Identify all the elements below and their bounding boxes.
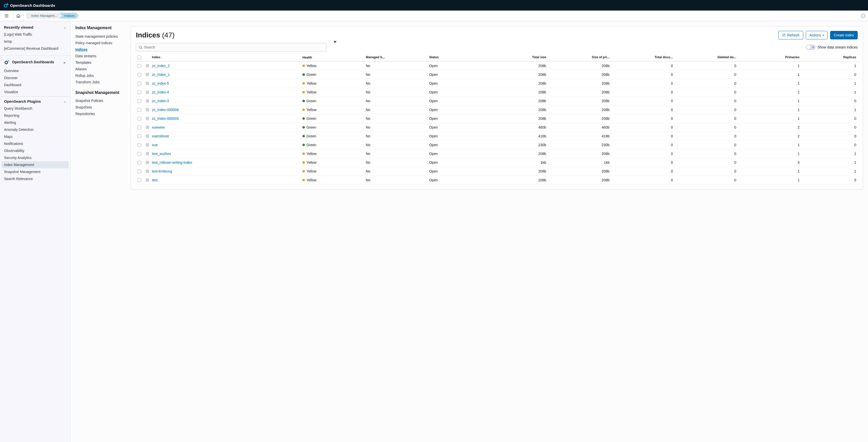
breadcrumb-indices[interactable]: Indices bbox=[59, 13, 79, 19]
expand-row-button[interactable] bbox=[145, 117, 150, 120]
nav-snapshot-management[interactable]: Snapshot Management bbox=[0, 168, 70, 175]
row-checkbox[interactable] bbox=[137, 152, 141, 156]
nav-overview[interactable]: Overview bbox=[0, 67, 70, 74]
index-link[interactable]: test bbox=[152, 178, 158, 182]
sec-aliases[interactable]: Aliases bbox=[75, 66, 121, 72]
row-checkbox[interactable] bbox=[137, 143, 141, 147]
search-input[interactable] bbox=[144, 45, 324, 49]
refresh-button[interactable]: Refresh bbox=[778, 31, 803, 39]
nav-maps[interactable]: Maps bbox=[0, 133, 70, 140]
row-checkbox[interactable] bbox=[137, 90, 141, 94]
index-link[interactable]: zc_index_1 bbox=[152, 72, 170, 76]
expand-row-button[interactable] bbox=[145, 170, 150, 173]
expand-row-button[interactable] bbox=[145, 179, 150, 182]
index-link[interactable]: zc_index-000006 bbox=[152, 108, 179, 112]
app-logo[interactable]: OpenSearch Dashboards bbox=[3, 3, 55, 8]
nav-anomaly-detection[interactable]: Anomaly Detection bbox=[0, 126, 70, 133]
expand-row-button[interactable] bbox=[145, 64, 150, 67]
sec-repositories[interactable]: Repositories bbox=[75, 110, 121, 117]
expand-row-button[interactable] bbox=[145, 135, 150, 138]
expand-row-button[interactable] bbox=[145, 73, 150, 76]
expand-row-button[interactable] bbox=[145, 91, 150, 94]
col-totalsize[interactable]: Total size bbox=[491, 56, 548, 59]
expand-row-button[interactable] bbox=[145, 144, 150, 147]
index-link[interactable]: xue bbox=[152, 143, 158, 147]
row-checkbox[interactable] bbox=[137, 178, 141, 182]
expand-row-button[interactable] bbox=[145, 82, 150, 85]
row-checkbox[interactable] bbox=[137, 99, 141, 103]
index-link[interactable]: test-kmleung bbox=[152, 169, 172, 173]
recent-item-ecommerce[interactable]: [eCommerce] Revenue Dashboard bbox=[0, 45, 70, 52]
sec-state-policies[interactable]: State management policies bbox=[75, 33, 121, 40]
index-link[interactable]: xuerollover bbox=[152, 134, 169, 138]
index-link[interactable]: zc_index-4 bbox=[152, 90, 169, 94]
col-index[interactable]: Index↓ bbox=[150, 56, 301, 59]
nav-security-analytics[interactable]: Security Analytics bbox=[0, 154, 70, 161]
nav-notifications[interactable]: Notifications bbox=[0, 140, 70, 147]
sec-indices[interactable]: Indices bbox=[75, 46, 121, 53]
nav-discover[interactable]: Discover bbox=[0, 74, 70, 82]
nav-index-management[interactable]: Index Management bbox=[1, 161, 68, 168]
sec-policy-managed[interactable]: Policy managed indices bbox=[75, 40, 121, 46]
row-checkbox[interactable] bbox=[137, 64, 141, 68]
row-checkbox[interactable] bbox=[137, 108, 141, 112]
row-checkbox[interactable] bbox=[137, 73, 141, 76]
create-index-button[interactable]: Create Index bbox=[830, 31, 858, 39]
expand-row-button[interactable] bbox=[145, 99, 150, 102]
expand-row-button[interactable] bbox=[145, 108, 150, 111]
col-prisize[interactable]: Size of pri... bbox=[548, 56, 611, 59]
search-box[interactable] bbox=[136, 43, 327, 52]
breadcrumb-index-management[interactable]: Index Managem... bbox=[26, 13, 61, 19]
nav-visualize[interactable]: Visualize bbox=[0, 88, 70, 95]
row-checkbox[interactable] bbox=[137, 117, 141, 121]
col-totaldocs[interactable]: Total docu... bbox=[611, 56, 674, 59]
col-replicas[interactable]: Replicas bbox=[801, 56, 858, 59]
sec-snapshots[interactable]: Snapshots bbox=[75, 104, 121, 110]
managed-value: No bbox=[364, 143, 428, 147]
index-link[interactable]: zc_index-000003 bbox=[152, 117, 179, 121]
nav-alerting[interactable]: Alerting bbox=[0, 119, 70, 126]
nav-observability[interactable]: Observability bbox=[0, 147, 70, 154]
index-link[interactable]: zc_index-3 bbox=[152, 99, 169, 103]
nav-dashboard[interactable]: Dashboard bbox=[0, 82, 70, 88]
status-value: Open bbox=[428, 64, 491, 68]
show-datastream-toggle[interactable]: ✕ bbox=[806, 45, 815, 50]
nav-search-relevance[interactable]: Search Relevance bbox=[0, 175, 70, 182]
col-health[interactable]: Health bbox=[301, 56, 364, 59]
index-link[interactable]: zc_index_2 bbox=[152, 64, 170, 68]
index-link[interactable]: test_suzhou bbox=[152, 152, 171, 156]
section-osd[interactable]: OpenSearch Dashboards ⌄ bbox=[0, 57, 70, 67]
sec-data-streams[interactable]: Data streams bbox=[75, 53, 121, 59]
svg-point-3 bbox=[139, 46, 142, 48]
sec-templates[interactable]: Templates bbox=[75, 59, 121, 66]
sec-transform[interactable]: Transform Jobs bbox=[75, 79, 121, 85]
menu-toggle-button[interactable] bbox=[2, 12, 10, 20]
index-link[interactable]: zc_index-5 bbox=[152, 82, 169, 85]
nav-query-workbench[interactable]: Query Workbench bbox=[0, 105, 70, 112]
actions-button[interactable]: Actions ▾ bbox=[806, 31, 828, 39]
select-all-checkbox[interactable] bbox=[137, 56, 141, 59]
col-primaries[interactable]: Primaries bbox=[738, 56, 801, 59]
index-link[interactable]: xuewew bbox=[152, 125, 165, 129]
sec-snapshot-policies[interactable]: Snapshot Policies bbox=[75, 97, 121, 104]
nav-reporting[interactable]: Reporting bbox=[0, 112, 70, 119]
section-plugins[interactable]: OpenSearch Plugins ⌄ bbox=[0, 98, 70, 105]
help-button[interactable] bbox=[861, 13, 866, 18]
sec-rollup[interactable]: Rollup Jobs bbox=[75, 72, 121, 79]
index-link[interactable]: test_rollover-writing-index bbox=[152, 160, 192, 164]
row-checkbox[interactable] bbox=[137, 126, 141, 129]
col-managed[interactable]: Managed b... bbox=[364, 56, 428, 59]
home-button[interactable] bbox=[13, 10, 24, 21]
expand-row-button[interactable] bbox=[145, 126, 150, 129]
col-status[interactable]: Status bbox=[428, 56, 491, 59]
row-checkbox[interactable] bbox=[137, 82, 141, 85]
row-checkbox[interactable] bbox=[137, 161, 141, 164]
row-checkbox[interactable] bbox=[137, 169, 141, 173]
expand-row-button[interactable] bbox=[145, 152, 150, 155]
row-checkbox[interactable] bbox=[137, 134, 141, 138]
recent-item-temp[interactable]: temp bbox=[0, 38, 70, 45]
section-recently-viewed[interactable]: Recently viewed ⌄ bbox=[0, 24, 70, 31]
recent-item-logs[interactable]: [Logs] Web Traffic bbox=[0, 31, 70, 38]
expand-row-button[interactable] bbox=[145, 161, 150, 164]
col-deleteddocs[interactable]: Deleted do... bbox=[674, 56, 738, 59]
